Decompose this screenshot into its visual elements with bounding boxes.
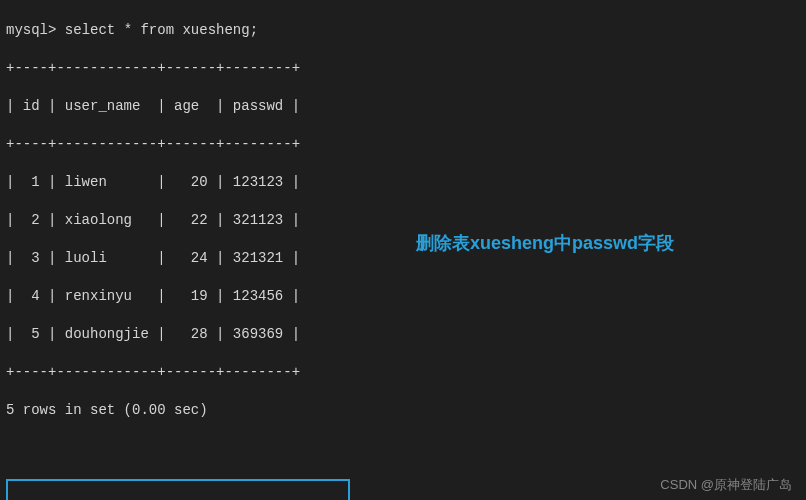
mysql-terminal[interactable]: mysql> select * from xuesheng; +----+---… — [0, 0, 806, 500]
table-row: +----+------------+------+--------+ — [6, 363, 800, 382]
csdn-watermark: CSDN @原神登陆广岛 — [660, 475, 792, 494]
table-row: | 5 | douhongjie | 28 | 369369 | — [6, 325, 800, 344]
blank-line — [6, 439, 800, 458]
annotation-label: 删除表xuesheng中passwd字段 — [416, 234, 674, 253]
mysql-prompt: mysql> — [6, 22, 56, 38]
table-row: +----+------------+------+--------+ — [6, 59, 800, 78]
table-header: | id | user_name | age | passwd | — [6, 97, 800, 116]
table-row: | 3 | luoli | 24 | 321321 | — [6, 249, 800, 268]
table-row: | 2 | xiaolong | 22 | 321123 | — [6, 211, 800, 230]
query1-line: mysql> select * from xuesheng; — [6, 21, 800, 40]
highlighted-block: mysql> alter table xuesheng drop passwd;… — [6, 479, 350, 500]
table-row: | 4 | renxinyu | 19 | 123456 | — [6, 287, 800, 306]
query1-cmd: select * from xuesheng; — [65, 22, 258, 38]
query1-summary: 5 rows in set (0.00 sec) — [6, 401, 800, 420]
table-row: +----+------------+------+--------+ — [6, 135, 800, 154]
table-row: | 1 | liwen | 20 | 123123 | — [6, 173, 800, 192]
